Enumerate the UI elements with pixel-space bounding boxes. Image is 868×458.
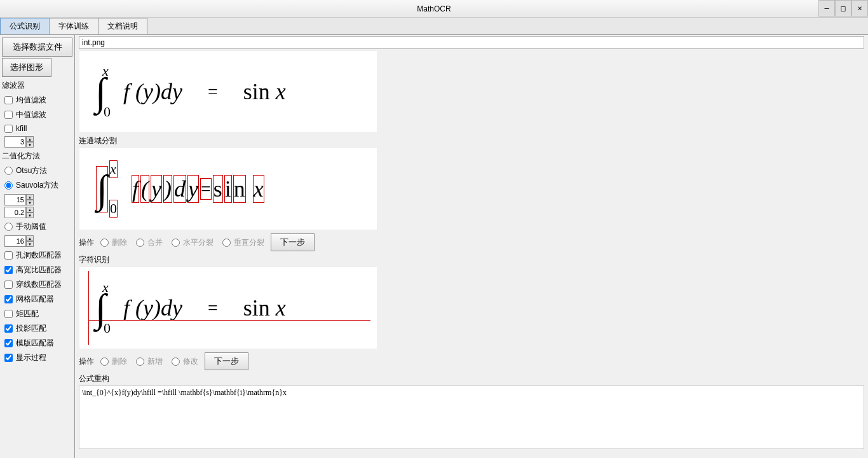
rec-eq: =: [208, 298, 218, 318]
tab-formula-recognition[interactable]: 公式识别: [0, 18, 50, 34]
spin-up-icon[interactable]: ▲: [26, 235, 34, 241]
filter-label: 滤波器: [2, 78, 72, 93]
equals-sign: =: [208, 81, 218, 102]
original-formula-preview: ∫ x 0 f (y)dy = sin x: [79, 50, 377, 133]
op-merge[interactable]: 合并: [133, 235, 165, 250]
rec-body: f (y)dy: [123, 295, 182, 321]
recognition-ops: 操作 删除 新增 修改 下一步: [79, 350, 864, 372]
chk-projection-match[interactable]: 投影匹配: [2, 321, 72, 336]
chk-median-filter[interactable]: 中值滤波: [2, 108, 72, 122]
workspace: 选择数据文件 选择图形 滤波器 均值滤波 中值滤波 kfill ▲▼ 二值化方法…: [0, 35, 868, 458]
chk-cross-label: 穿线数匹配器: [16, 279, 62, 290]
chk-kfill-label: kfill: [16, 124, 27, 133]
binarize-label: 二值化方法: [2, 149, 72, 163]
chk-template-matcher[interactable]: 模版匹配器: [2, 336, 72, 350]
rad-sauvola-label: Sauvola方法: [16, 180, 58, 191]
chk-proj-label: 投影匹配: [16, 323, 46, 334]
seg-next-button[interactable]: 下一步: [271, 233, 315, 251]
chk-moment-label: 矩匹配: [16, 309, 39, 319]
kfill-spinner[interactable]: ▲▼: [4, 136, 70, 148]
spin-down-icon[interactable]: ▼: [26, 241, 34, 247]
rad-sauvola[interactable]: Sauvola方法: [2, 178, 72, 193]
close-button[interactable]: ×: [851, 0, 868, 17]
sauvola-value-1[interactable]: [4, 194, 26, 205]
op-hsplit[interactable]: 水平分裂: [169, 235, 216, 250]
spin-down-icon[interactable]: ▼: [26, 212, 34, 218]
char-recognition-label: 字符识别: [79, 253, 864, 267]
chk-crossline-matcher[interactable]: 穿线数匹配器: [2, 277, 72, 292]
seg-upper[interactable]: x: [109, 160, 118, 178]
spin-up-icon[interactable]: ▲: [26, 136, 34, 142]
op2-delete[interactable]: 删除: [98, 354, 130, 369]
spin-up-icon[interactable]: ▲: [26, 194, 34, 200]
tab-bar: 公式识别 字体训练 文档说明: [0, 18, 868, 35]
rec-sin: sin: [243, 295, 276, 321]
spin-down-icon[interactable]: ▼: [26, 142, 34, 148]
chk-aspect-label: 高宽比匹配器: [16, 265, 62, 275]
rec-x: x: [276, 295, 286, 321]
titlebar: MathOCR — □ ×: [0, 0, 868, 18]
select-data-button[interactable]: 选择数据文件: [2, 38, 72, 57]
latex-output[interactable]: \int_{0}^{x}f(y)dy\hfill =\hfill \mathbf…: [79, 385, 864, 449]
rad-otsu-label: Otsu方法: [16, 165, 47, 176]
reconstruction-label: 公式重构: [79, 372, 864, 385]
rad-otsu[interactable]: Otsu方法: [2, 163, 72, 178]
main-panel: int.png ∫ x 0 f (y)dy = sin x 连通域分割 ∫ x …: [75, 35, 868, 458]
filename-field[interactable]: int.png: [79, 36, 864, 49]
recognized-formula-preview[interactable]: ∫ x 0 f (y)dy = sin x: [79, 267, 377, 349]
kfill-value[interactable]: [4, 136, 26, 148]
select-image-button[interactable]: 选择图形: [2, 58, 51, 77]
sauvola-spinner-2[interactable]: ▲▼: [4, 207, 70, 218]
manual-value[interactable]: [4, 235, 26, 247]
op2-add[interactable]: 新增: [133, 354, 165, 369]
rad-manual[interactable]: 手动阈值: [2, 219, 72, 234]
chk-showproc-label: 显示过程: [16, 352, 46, 363]
chk-show-process[interactable]: 显示过程: [2, 350, 72, 365]
segmentation-label: 连通域分割: [79, 134, 864, 148]
segmented-formula-preview[interactable]: ∫ x 0 f(y)dy = sin x: [79, 148, 377, 230]
manual-spinner[interactable]: ▲▼: [4, 235, 70, 247]
rhs-x: x: [276, 79, 286, 104]
window-controls: — □ ×: [818, 0, 868, 17]
chk-grid-matcher[interactable]: 网格匹配器: [2, 292, 72, 307]
chk-hole-matcher[interactable]: 孔洞数匹配器: [2, 248, 72, 263]
seg-body-group: f(y)dy: [131, 175, 200, 203]
maximize-button[interactable]: □: [835, 0, 851, 17]
chk-aspect-matcher[interactable]: 高宽比匹配器: [2, 263, 72, 277]
chk-template-label: 模版匹配器: [16, 338, 54, 349]
baseline-indicator: [88, 320, 370, 321]
integral-icon: ∫: [95, 69, 106, 114]
rec-integral: ∫: [95, 286, 106, 331]
spin-down-icon[interactable]: ▼: [26, 200, 34, 205]
op-vsplit[interactable]: 垂直分裂: [220, 235, 267, 250]
segmentation-ops: 操作 删除 合并 水平分裂 垂直分裂 下一步: [79, 232, 864, 253]
seg-lower[interactable]: 0: [109, 200, 118, 218]
seg-integral[interactable]: ∫: [96, 166, 108, 212]
chk-grid-label: 网格匹配器: [16, 294, 54, 305]
ops2-label: 操作: [79, 356, 94, 367]
tab-font-training[interactable]: 字体训练: [49, 18, 98, 34]
rad-manual-label: 手动阈值: [16, 221, 46, 232]
spin-up-icon[interactable]: ▲: [26, 207, 34, 212]
seg-rhs-group: sin x: [212, 175, 265, 203]
cursor-vline: [88, 271, 89, 345]
ops1-label: 操作: [79, 237, 94, 248]
chk-moment-match[interactable]: 矩匹配: [2, 307, 72, 321]
rhs-sin: sin: [243, 79, 276, 104]
chk-mean-label: 均值滤波: [16, 95, 46, 106]
minimize-button[interactable]: —: [818, 0, 835, 17]
chk-kfill[interactable]: kfill: [2, 122, 72, 135]
chk-mean-filter[interactable]: 均值滤波: [2, 93, 72, 108]
sauvola-value-2[interactable]: [4, 207, 26, 218]
integrand: f (y)dy: [123, 78, 182, 105]
sidebar: 选择数据文件 选择图形 滤波器 均值滤波 中值滤波 kfill ▲▼ 二值化方法…: [0, 35, 75, 458]
op2-modify[interactable]: 修改: [169, 354, 201, 369]
sauvola-spinner-1[interactable]: ▲▼: [4, 194, 70, 205]
seg-eq[interactable]: =: [200, 178, 212, 200]
chk-median-label: 中值滤波: [16, 109, 46, 120]
window-title: MathOCR: [417, 4, 451, 13]
chk-hole-label: 孔洞数匹配器: [16, 250, 62, 261]
rec-next-button[interactable]: 下一步: [205, 352, 248, 370]
op-delete[interactable]: 删除: [98, 235, 130, 250]
tab-doc-info[interactable]: 文档说明: [98, 18, 147, 34]
